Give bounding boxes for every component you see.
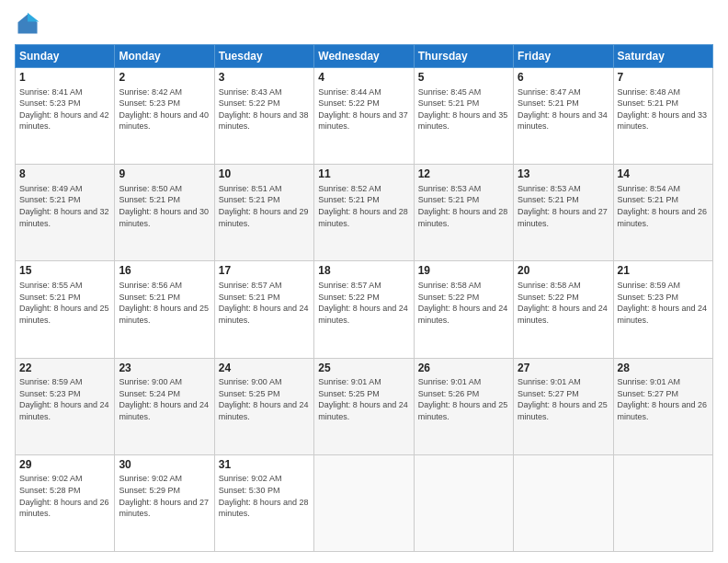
weekday-header: Sunday	[16, 45, 115, 68]
day-info: Sunrise: 9:01 AMSunset: 5:25 PMDaylight:…	[318, 376, 409, 422]
day-number: 4	[318, 71, 409, 86]
calendar-cell: 7Sunrise: 8:48 AMSunset: 5:21 PMDaylight…	[613, 68, 712, 165]
day-info: Sunrise: 8:59 AMSunset: 5:23 PMDaylight:…	[618, 280, 709, 326]
calendar-cell: 4Sunrise: 8:44 AMSunset: 5:22 PMDaylight…	[314, 68, 414, 165]
day-info: Sunrise: 8:59 AMSunset: 5:23 PMDaylight:…	[19, 376, 110, 422]
logo-icon	[15, 11, 40, 37]
weekday-header: Friday	[514, 45, 613, 68]
calendar-cell: 29Sunrise: 9:02 AMSunset: 5:28 PMDayligh…	[16, 454, 115, 551]
day-number: 18	[318, 264, 409, 279]
day-info: Sunrise: 8:57 AMSunset: 5:22 PMDaylight:…	[318, 280, 409, 326]
day-info: Sunrise: 8:47 AMSunset: 5:21 PMDaylight:…	[518, 86, 609, 132]
calendar-cell: 19Sunrise: 8:58 AMSunset: 5:22 PMDayligh…	[414, 261, 513, 358]
day-info: Sunrise: 8:48 AMSunset: 5:21 PMDaylight:…	[618, 86, 709, 132]
calendar-cell: 5Sunrise: 8:45 AMSunset: 5:21 PMDaylight…	[414, 68, 513, 165]
weekday-header: Monday	[115, 45, 214, 68]
day-info: Sunrise: 9:01 AMSunset: 5:27 PMDaylight:…	[618, 376, 709, 422]
day-number: 23	[119, 362, 210, 376]
calendar-cell: 31Sunrise: 9:02 AMSunset: 5:30 PMDayligh…	[214, 454, 313, 551]
weekday-header: Tuesday	[214, 45, 313, 68]
day-number: 7	[618, 71, 709, 86]
calendar-cell: 8Sunrise: 8:49 AMSunset: 5:21 PMDaylight…	[16, 165, 115, 261]
calendar-cell	[414, 454, 513, 551]
day-info: Sunrise: 8:42 AMSunset: 5:23 PMDaylight:…	[119, 86, 210, 132]
day-info: Sunrise: 8:49 AMSunset: 5:21 PMDaylight:…	[19, 183, 110, 229]
day-number: 28	[618, 362, 709, 376]
day-number: 17	[219, 264, 310, 279]
day-info: Sunrise: 8:45 AMSunset: 5:21 PMDaylight:…	[418, 86, 509, 132]
day-info: Sunrise: 8:44 AMSunset: 5:22 PMDaylight:…	[318, 86, 409, 132]
day-number: 21	[618, 264, 709, 279]
calendar-cell: 21Sunrise: 8:59 AMSunset: 5:23 PMDayligh…	[613, 261, 712, 358]
page: SundayMondayTuesdayWednesdayThursdayFrid…	[0, 0, 728, 563]
day-info: Sunrise: 8:54 AMSunset: 5:21 PMDaylight:…	[618, 183, 709, 229]
day-info: Sunrise: 8:55 AMSunset: 5:21 PMDaylight:…	[19, 280, 110, 326]
calendar-cell: 20Sunrise: 8:58 AMSunset: 5:22 PMDayligh…	[514, 261, 613, 358]
day-number: 15	[19, 264, 110, 279]
calendar-cell	[613, 454, 712, 551]
weekday-header: Wednesday	[314, 45, 414, 68]
day-info: Sunrise: 9:02 AMSunset: 5:29 PMDaylight:…	[119, 473, 210, 519]
calendar-cell: 11Sunrise: 8:52 AMSunset: 5:21 PMDayligh…	[314, 165, 414, 261]
calendar-cell: 12Sunrise: 8:53 AMSunset: 5:21 PMDayligh…	[414, 165, 513, 261]
day-number: 24	[219, 362, 310, 376]
day-info: Sunrise: 9:02 AMSunset: 5:30 PMDaylight:…	[219, 473, 310, 519]
calendar-cell: 30Sunrise: 9:02 AMSunset: 5:29 PMDayligh…	[115, 454, 214, 551]
calendar-cell: 2Sunrise: 8:42 AMSunset: 5:23 PMDaylight…	[115, 68, 214, 165]
day-number: 6	[518, 71, 609, 86]
calendar-cell: 13Sunrise: 8:53 AMSunset: 5:21 PMDayligh…	[514, 165, 613, 261]
calendar-cell: 15Sunrise: 8:55 AMSunset: 5:21 PMDayligh…	[16, 261, 115, 358]
calendar-cell	[314, 454, 414, 551]
day-info: Sunrise: 9:00 AMSunset: 5:25 PMDaylight:…	[219, 376, 310, 422]
calendar-cell: 10Sunrise: 8:51 AMSunset: 5:21 PMDayligh…	[214, 165, 313, 261]
day-number: 29	[19, 458, 110, 473]
day-number: 27	[518, 362, 609, 376]
calendar-cell: 26Sunrise: 9:01 AMSunset: 5:26 PMDayligh…	[414, 358, 513, 454]
calendar-cell: 28Sunrise: 9:01 AMSunset: 5:27 PMDayligh…	[613, 358, 712, 454]
calendar-cell: 3Sunrise: 8:43 AMSunset: 5:22 PMDaylight…	[214, 68, 313, 165]
day-info: Sunrise: 8:53 AMSunset: 5:21 PMDaylight:…	[518, 183, 609, 229]
calendar-cell: 24Sunrise: 9:00 AMSunset: 5:25 PMDayligh…	[214, 358, 313, 454]
day-number: 3	[219, 71, 310, 86]
calendar: SundayMondayTuesdayWednesdayThursdayFrid…	[15, 44, 713, 552]
day-info: Sunrise: 9:01 AMSunset: 5:26 PMDaylight:…	[418, 376, 509, 422]
calendar-cell: 14Sunrise: 8:54 AMSunset: 5:21 PMDayligh…	[613, 165, 712, 261]
day-info: Sunrise: 8:53 AMSunset: 5:21 PMDaylight:…	[418, 183, 509, 229]
day-number: 14	[618, 167, 709, 182]
day-number: 10	[219, 167, 310, 182]
day-number: 13	[518, 167, 609, 182]
calendar-cell: 17Sunrise: 8:57 AMSunset: 5:21 PMDayligh…	[214, 261, 313, 358]
calendar-cell: 22Sunrise: 8:59 AMSunset: 5:23 PMDayligh…	[16, 358, 115, 454]
calendar-cell: 16Sunrise: 8:56 AMSunset: 5:21 PMDayligh…	[115, 261, 214, 358]
day-number: 9	[119, 167, 210, 182]
calendar-cell: 23Sunrise: 9:00 AMSunset: 5:24 PMDayligh…	[115, 358, 214, 454]
header	[15, 11, 713, 37]
logo	[15, 11, 44, 37]
day-info: Sunrise: 9:02 AMSunset: 5:28 PMDaylight:…	[19, 473, 110, 519]
day-info: Sunrise: 9:00 AMSunset: 5:24 PMDaylight:…	[119, 376, 210, 422]
day-number: 8	[19, 167, 110, 182]
calendar-cell: 9Sunrise: 8:50 AMSunset: 5:21 PMDaylight…	[115, 165, 214, 261]
day-number: 25	[318, 362, 409, 376]
day-info: Sunrise: 8:52 AMSunset: 5:21 PMDaylight:…	[318, 183, 409, 229]
day-number: 1	[19, 71, 110, 86]
day-info: Sunrise: 8:41 AMSunset: 5:23 PMDaylight:…	[19, 86, 110, 132]
day-number: 2	[119, 71, 210, 86]
day-number: 22	[19, 362, 110, 376]
day-number: 30	[119, 458, 210, 473]
calendar-cell: 25Sunrise: 9:01 AMSunset: 5:25 PMDayligh…	[314, 358, 414, 454]
calendar-cell: 6Sunrise: 8:47 AMSunset: 5:21 PMDaylight…	[514, 68, 613, 165]
day-number: 5	[418, 71, 509, 86]
day-number: 16	[119, 264, 210, 279]
day-info: Sunrise: 8:43 AMSunset: 5:22 PMDaylight:…	[219, 86, 310, 132]
day-info: Sunrise: 8:57 AMSunset: 5:21 PMDaylight:…	[219, 280, 310, 326]
day-info: Sunrise: 8:58 AMSunset: 5:22 PMDaylight:…	[418, 280, 509, 326]
day-number: 11	[318, 167, 409, 182]
day-info: Sunrise: 8:56 AMSunset: 5:21 PMDaylight:…	[119, 280, 210, 326]
calendar-cell: 1Sunrise: 8:41 AMSunset: 5:23 PMDaylight…	[16, 68, 115, 165]
day-info: Sunrise: 8:50 AMSunset: 5:21 PMDaylight:…	[119, 183, 210, 229]
calendar-cell: 27Sunrise: 9:01 AMSunset: 5:27 PMDayligh…	[514, 358, 613, 454]
calendar-cell	[514, 454, 613, 551]
day-number: 19	[418, 264, 509, 279]
day-number: 26	[418, 362, 509, 376]
